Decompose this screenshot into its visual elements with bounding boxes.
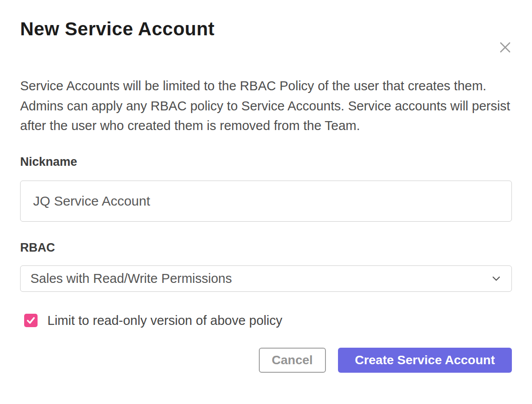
chevron-down-icon	[491, 273, 502, 284]
checkmark-icon	[25, 315, 36, 326]
rbac-select[interactable]: Sales with Read/Write Permissions	[20, 265, 512, 292]
nickname-label: Nickname	[20, 155, 512, 169]
new-service-account-modal: New Service Account Service Accounts wil…	[0, 18, 532, 404]
cancel-button[interactable]: Cancel	[259, 348, 326, 373]
close-icon	[498, 41, 512, 54]
rbac-label: RBAC	[20, 240, 512, 255]
close-button[interactable]	[497, 39, 513, 55]
rbac-selected-value: Sales with Read/Write Permissions	[30, 271, 232, 286]
modal-footer: Cancel Create Service Account	[20, 348, 512, 373]
modal-title: New Service Account	[20, 18, 512, 40]
readonly-checkbox[interactable]	[24, 314, 38, 327]
readonly-checkbox-label: Limit to read-only version of above poli…	[47, 313, 282, 328]
create-service-account-button[interactable]: Create Service Account	[338, 348, 512, 373]
nickname-input[interactable]	[20, 181, 512, 222]
modal-description: Service Accounts will be limited to the …	[20, 76, 512, 136]
readonly-checkbox-row: Limit to read-only version of above poli…	[24, 313, 512, 328]
